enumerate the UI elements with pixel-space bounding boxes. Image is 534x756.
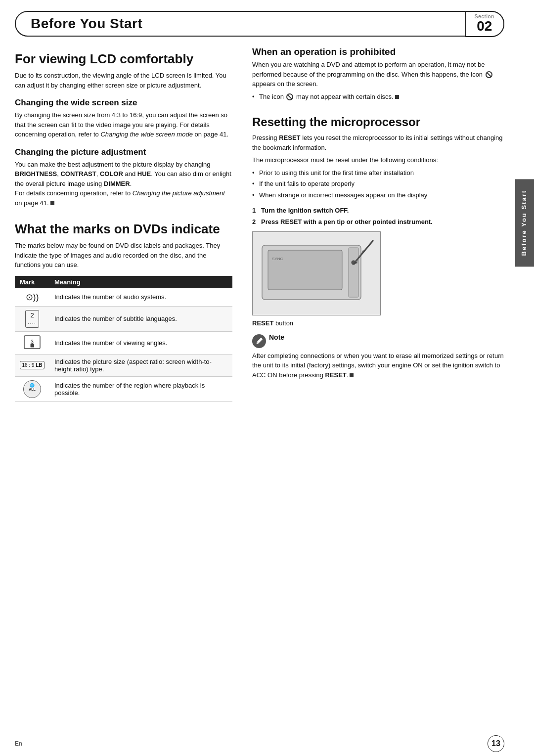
note-text: After completing connections or when you… — [252, 351, 504, 380]
note-box: Note — [252, 333, 504, 348]
prohibited-heading: When an operation is prohibited — [252, 46, 504, 57]
meaning-audio: Indicates the number of audio systems. — [49, 288, 232, 307]
note-icon — [252, 334, 266, 348]
mark-subtitle: 2···· — [15, 306, 49, 331]
mark-picture: 16 : 9 LB — [15, 354, 49, 376]
wide-screen-text: By changing the screen size from 4:3 to … — [15, 110, 232, 139]
left-column: For viewing LCD comfortably Due to its c… — [15, 42, 247, 402]
section-number: 02 — [477, 19, 492, 33]
svg-text:SYNC: SYNC — [272, 257, 283, 261]
right-column: When an operation is prohibited When you… — [247, 42, 504, 402]
svg-rect-4 — [268, 250, 342, 290]
footer-lang: En — [15, 740, 22, 747]
page-footer: En 13 — [0, 735, 534, 752]
main-content: For viewing LCD comfortably Due to its c… — [0, 42, 534, 402]
meaning-subtitle: Indicates the number of subtitle languag… — [49, 306, 232, 331]
marks-table: Mark Meaning ⊙)) Indicates the number of… — [15, 276, 232, 402]
prohibited-icon — [486, 71, 492, 78]
table-row: 16 : 9 LB Indicates the picture size (as… — [15, 354, 232, 376]
table-header-meaning: Meaning — [49, 276, 232, 288]
header-title: Before You Start — [31, 16, 142, 32]
note-label: Note — [269, 333, 284, 341]
reset-intro: Pressing RESET lets you reset the microp… — [252, 133, 504, 152]
lcd-heading: For viewing LCD comfortably — [15, 51, 232, 67]
reset-condition-2: If the unit fails to operate properly — [259, 179, 504, 189]
svg-rect-5 — [349, 248, 358, 297]
reset-image-inner: SYNC — [253, 232, 380, 315]
mark-region: 🌐ALL — [15, 376, 49, 401]
page-number: 13 — [488, 735, 504, 752]
meaning-angle: Indicates the number of viewing angles. — [49, 331, 232, 354]
picture-adjust-text: You can make the best adjustment to the … — [15, 160, 232, 208]
angle-icon: 3 ⬛ — [24, 335, 41, 349]
step-2: 2 Press RESET with a pen tip or other po… — [252, 218, 504, 225]
reset-image: SYNC — [252, 231, 381, 315]
table-row: 3 ⬛ Indicates the number of viewing angl… — [15, 331, 232, 354]
meaning-picture: Indicates the picture size (aspect ratio… — [49, 354, 232, 376]
prohibited-bullet: The icon may not appear with certain dis… — [259, 92, 504, 102]
header-bar: Before You Start Section 02 — [15, 11, 504, 37]
dvd-heading: What the marks on DVDs indicate — [15, 222, 232, 237]
table-row: 🌐ALL Indicates the number of the region … — [15, 376, 232, 401]
dvd-intro: The marks below may be found on DVD disc… — [15, 241, 232, 270]
section-badge: Section 02 — [465, 11, 504, 37]
note-pencil-icon — [252, 334, 266, 348]
prohibited-icon-2 — [286, 93, 293, 100]
side-tab: Before You Start — [515, 179, 534, 267]
table-header-mark: Mark — [15, 276, 49, 288]
device-svg: SYNC — [257, 235, 376, 312]
prohibited-text: When you are watching a DVD and attempt … — [252, 60, 504, 89]
reset-condition-1: Prior to using this unit for the first t… — [259, 168, 504, 178]
reset-caption: RESET button — [252, 318, 504, 328]
reset-conditions-intro: The microprocessor must be reset under t… — [252, 155, 504, 165]
mark-angle: 3 ⬛ — [15, 331, 49, 354]
wide-screen-heading: Changing the wide screen size — [15, 98, 232, 108]
mark-audio: ⊙)) — [15, 288, 49, 307]
footer-page: 13 — [488, 735, 504, 752]
reset-condition-3: When strange or incorrect messages appea… — [259, 190, 504, 200]
picture-adjust-heading: Changing the picture adjustment — [15, 147, 232, 157]
lcd-intro: Due to its construction, the viewing ang… — [15, 71, 232, 90]
reset-heading: Resetting the microprocessor — [252, 115, 504, 129]
step-1: 1 Turn the ignition switch OFF. — [252, 207, 504, 214]
meaning-region: Indicates the number of the region where… — [49, 376, 232, 401]
svg-text:⬛: ⬛ — [30, 343, 35, 348]
table-row: ⊙)) Indicates the number of audio system… — [15, 288, 232, 307]
table-row: 2···· Indicates the number of subtitle l… — [15, 306, 232, 331]
page-container: Before You Start Section 02 Before You S… — [0, 11, 534, 756]
